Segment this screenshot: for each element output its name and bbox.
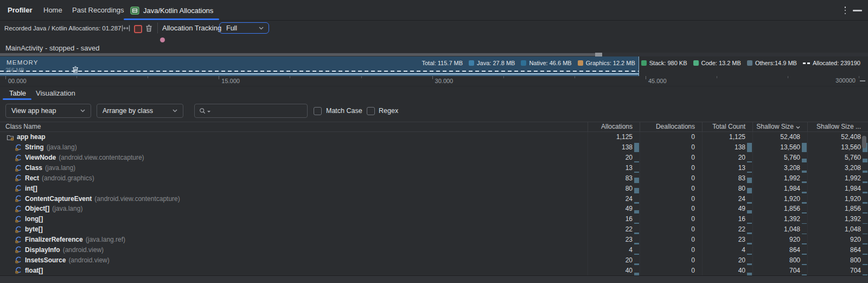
active-tab-underline	[124, 18, 219, 20]
match-case-checkbox[interactable]	[314, 107, 322, 115]
timeline-tick	[290, 76, 290, 78]
cell-value: 13,560	[841, 143, 861, 151]
table-header: Class NameAllocationsDeallocationsTotal …	[0, 122, 868, 132]
table-row[interactable]: Rect(android.graphics)830831,9921,992	[0, 173, 868, 183]
cell-magnitude-bar	[747, 210, 752, 213]
table-row[interactable]: int[]800801,9841,984	[0, 183, 868, 193]
table-row[interactable]: FinalizerReference(java.lang.ref)2302392…	[0, 235, 868, 245]
allocation-tracking-select[interactable]: Full	[219, 22, 269, 34]
tool-window-title: Profiler	[8, 0, 33, 21]
timeline[interactable]: 300000 00.00015.00030.00045.000	[0, 76, 868, 86]
cell-value: 40	[626, 267, 633, 274]
value-cell: 0	[640, 265, 702, 275]
class-name-cell: float[]	[0, 265, 588, 275]
table-row[interactable]: ContentCaptureEvent(android.view.content…	[0, 193, 868, 204]
value-cell: 0	[640, 204, 702, 214]
cell-magnitude-bar	[634, 143, 639, 152]
column-header-total-count[interactable]: Total Count	[702, 122, 752, 131]
allocations-tab-icon	[130, 7, 139, 15]
cell-value: 0	[691, 225, 695, 233]
tab-past-recordings[interactable]: Past Recordings	[72, 0, 124, 21]
horizontal-scrollbar-cap[interactable]	[595, 53, 602, 56]
vertical-scrollbar-thumb[interactable]	[862, 136, 866, 148]
legend-label: Stack: 980 KB	[649, 60, 687, 66]
class-icon	[15, 205, 22, 212]
cell-value: 1,048	[845, 225, 861, 233]
table-row[interactable]: app heap1,12501,12552,40852,408	[0, 132, 868, 142]
table-row[interactable]: DisplayInfo(android.view)404864864	[0, 244, 868, 255]
cell-magnitude-bar	[863, 159, 867, 162]
cell-value: 20	[626, 154, 633, 161]
gc-event-icon[interactable]	[72, 66, 79, 73]
filter-toolbar: View app heap Arrange by class Match Cas…	[0, 100, 868, 122]
timeline-tick	[717, 76, 717, 78]
cell-value: 920	[850, 236, 861, 243]
kebab-menu-icon[interactable]	[842, 7, 848, 14]
column-header-allocations[interactable]: Allocations	[588, 122, 640, 131]
class-name: Object[]	[25, 205, 49, 212]
class-icon	[15, 174, 22, 181]
cell-value: 16	[626, 215, 633, 223]
session-status-label: MainActivity - stopped - saved	[5, 44, 99, 52]
table-row[interactable]: Class(java.lang)130133,2083,208	[0, 163, 868, 173]
value-cell: 22	[588, 224, 640, 235]
value-cell: 22	[702, 224, 752, 235]
minimize-icon[interactable]	[853, 10, 862, 11]
memory-axis-max-label: 256 MB	[5, 67, 24, 73]
value-cell: 0	[640, 214, 702, 224]
search-history-caret-icon[interactable]	[207, 111, 210, 114]
tab-visualization[interactable]: Visualization	[36, 86, 75, 100]
package-name: (android.view)	[68, 256, 109, 264]
stop-recording-button[interactable]	[134, 25, 142, 33]
package-name: (android.view.contentcapture)	[94, 195, 180, 203]
table-row[interactable]: float[]40040704704	[0, 265, 868, 275]
legend-label: Java: 27.8 MB	[477, 60, 515, 66]
column-header-class-name[interactable]: Class Name	[0, 122, 588, 131]
tab-home[interactable]: Home	[43, 0, 62, 21]
cell-value: 13	[738, 164, 745, 172]
value-cell: 1,856	[752, 204, 807, 214]
horizontal-scrollbar-thumb[interactable]	[0, 53, 595, 56]
search-box[interactable]	[194, 104, 308, 118]
cell-value: 22	[738, 225, 745, 233]
status-bar	[0, 275, 868, 283]
value-cell: 1,984	[752, 183, 807, 193]
heap-select[interactable]: View app heap	[5, 104, 91, 118]
cell-value: 800	[789, 256, 800, 264]
value-cell: 52,408	[752, 132, 807, 142]
value-cell: 20	[702, 255, 752, 265]
table-row[interactable]: ViewNode(android.view.contentcapture)200…	[0, 153, 868, 163]
cell-value: 0	[691, 164, 695, 172]
value-cell: 920	[752, 235, 807, 245]
table-row[interactable]: byte[]220221,0481,048	[0, 224, 868, 235]
table-row[interactable]: long[]160161,3921,392	[0, 214, 868, 224]
delete-recording-icon[interactable]	[145, 24, 152, 32]
column-header-deallocations[interactable]: Deallocations	[640, 122, 702, 131]
table-row[interactable]: Object[](java.lang)490491,8561,856	[0, 204, 868, 214]
zoom-to-fit-icon[interactable]	[122, 24, 130, 32]
timeline-tick-label: 45.000	[648, 78, 667, 84]
table-row[interactable]: String(java.lang)138013813,56013,560	[0, 142, 868, 153]
regex-checkbox[interactable]	[367, 107, 375, 115]
class-name: String	[25, 143, 44, 151]
value-cell: 0	[640, 163, 702, 173]
column-header-shallow-size[interactable]: Shallow Size	[752, 122, 807, 131]
legend-item: Stack: 980 KB	[641, 60, 687, 66]
column-header-shallow-size[interactable]: Shallow Size ...	[807, 122, 868, 131]
arrange-select[interactable]: Arrange by class	[97, 104, 183, 118]
class-icon	[15, 267, 22, 274]
value-cell: 40	[588, 265, 640, 275]
value-cell: 800	[752, 255, 807, 265]
memory-legend: Total: 115.7 MBJava: 27.8 MBNative: 46.6…	[422, 60, 860, 66]
cell-value: 0	[691, 246, 695, 254]
allocated-axis-tick	[860, 80, 865, 81]
tab-java-kotlin-allocations[interactable]: Java/Kotlin Allocations	[130, 0, 213, 21]
horizontal-scrollbar[interactable]	[0, 53, 868, 56]
table-row[interactable]: InsetsSource(android.view)20020800800	[0, 255, 868, 265]
class-name-cell: ContentCaptureEvent(android.view.content…	[0, 193, 588, 204]
timeline-tick-label: 30.000	[435, 78, 454, 84]
cell-value: 22	[626, 225, 633, 233]
search-input[interactable]	[212, 106, 303, 115]
class-name: Rect	[25, 174, 39, 182]
cell-magnitude-bar	[747, 273, 752, 275]
